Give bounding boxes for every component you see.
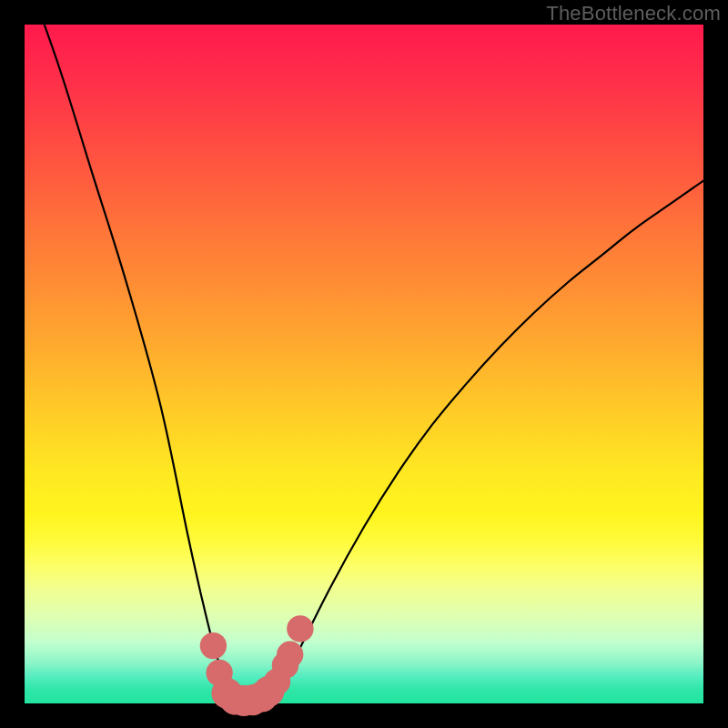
chart-frame: TheBottleneck.com — [0, 0, 728, 728]
watermark-text: TheBottleneck.com — [546, 2, 721, 25]
data-marker — [277, 642, 303, 668]
bottleneck-curve — [25, 0, 703, 701]
data-marker — [200, 632, 227, 659]
plot-area — [25, 25, 703, 703]
chart-svg — [25, 25, 703, 703]
marker-group — [200, 615, 314, 716]
data-marker — [287, 615, 313, 642]
